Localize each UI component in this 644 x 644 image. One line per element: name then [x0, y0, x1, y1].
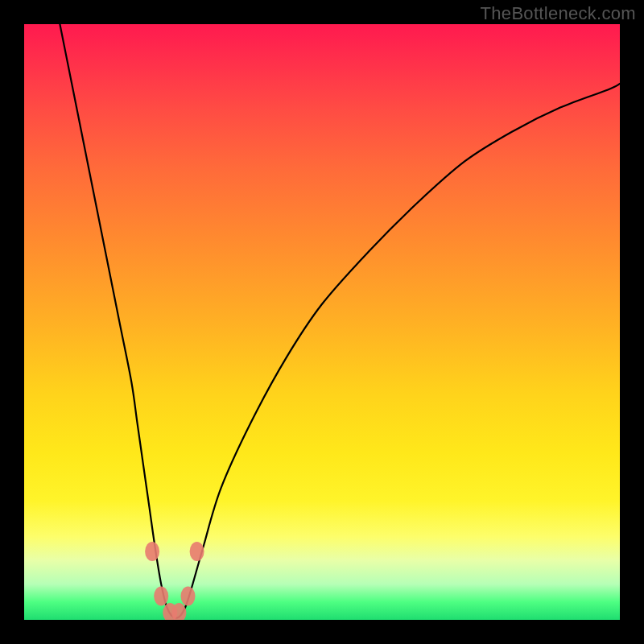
chart-frame: TheBottleneck.com — [0, 0, 644, 644]
plot-area — [24, 24, 620, 620]
curve-marker — [154, 586, 168, 605]
curve-markers — [145, 542, 204, 620]
watermark-text: TheBottleneck.com — [481, 3, 636, 24]
bottleneck-curve — [60, 24, 620, 618]
curve-marker — [145, 542, 159, 561]
curve-layer — [24, 24, 620, 620]
curve-marker — [190, 542, 204, 561]
curve-marker — [181, 586, 196, 605]
